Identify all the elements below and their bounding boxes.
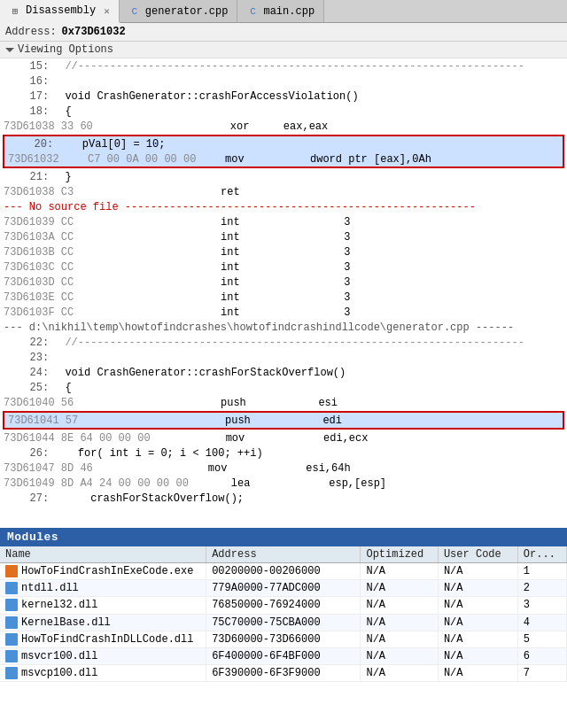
col-header-order[interactable]: Or... [517, 546, 566, 563]
asm-operands: 3 [274, 216, 350, 228]
code-line-27[interactable]: 27: crashForStackOverflow(); [0, 491, 567, 506]
asm-mov-edi-ecx[interactable]: 73D61044 8E 64 00 00 00 mov edi,ecx [0, 430, 567, 445]
module-row-4[interactable]: KernelBase.dll75C70000-75CBA000N/AN/A4 [0, 614, 567, 631]
code-line-24[interactable]: 24: void CrashGenerator::crashForStackOv… [0, 365, 567, 380]
asm-addr: 73D61041 57 [8, 414, 88, 427]
code-line-25[interactable]: 25: { [0, 380, 567, 395]
asm-int3-5[interactable]: 73D6103D CC int 3 [0, 275, 567, 290]
asm-operands: esi,64h [261, 462, 351, 475]
module-optimized-cell: N/A [361, 647, 438, 664]
line-text: void CrashGenerator::crashForStackOverfl… [52, 367, 346, 379]
col-header-usercode[interactable]: User Code [438, 546, 517, 563]
module-address-cell: 73D60000-73D66000 [206, 631, 361, 647]
viewing-options[interactable]: Viewing Options [0, 42, 567, 58]
line-text: for( int i = 0; i < 100; ++i) [52, 447, 263, 460]
asm-mov-esi-64[interactable]: 73D61047 8D 46 mov esi,64h [0, 461, 567, 476]
asm-int3-4[interactable]: 73D6103C CC int 3 [0, 259, 567, 275]
module-order-cell: 5 [517, 631, 566, 647]
tab-disassembly[interactable]: ⊞ Disassembly ✕ [0, 0, 120, 23]
code-line-19-asm[interactable]: 73D61038 33 60 xor eax,eax [0, 119, 567, 134]
highlight-block-push-edi: 73D61041 57 push edi [3, 411, 564, 430]
asm-int3-6[interactable]: 73D6103E CC int 3 [0, 290, 567, 305]
asm-bytes: C7 00 0A 00 00 00 [88, 153, 225, 166]
code-line-23[interactable]: 23: [0, 350, 567, 365]
code-line-21[interactable]: 21: } [0, 169, 567, 184]
asm-mnemonic: xor [230, 120, 284, 133]
modules-header: Modules [0, 528, 567, 546]
code-line-20-asm[interactable]: 73D61032 C7 00 0A 00 00 00 mov dword ptr… [4, 151, 563, 167]
module-row-6[interactable]: msvcr100.dll6F400000-6F4BF000N/AN/A6 [0, 647, 567, 664]
no-source-separator: --- No source file ---------------------… [0, 199, 567, 214]
asm-int3-7[interactable]: 73D6103F CC int 3 [0, 305, 567, 320]
disassembly-area[interactable]: 15: //----------------------------------… [0, 58, 567, 528]
line-num: 21: [4, 171, 52, 183]
code-line-16[interactable]: 16: [0, 74, 567, 89]
tab-disassembly-close[interactable]: ✕ [104, 5, 110, 17]
module-usercode-cell: N/A [438, 647, 517, 664]
col-header-address[interactable]: Address [206, 546, 361, 563]
module-optimized-cell: N/A [361, 597, 438, 614]
asm-operands: 3 [274, 291, 350, 304]
module-row-1[interactable]: HowToFindCrashInExeCode.exe00200000-0020… [0, 563, 567, 580]
col-header-name[interactable]: Name [0, 546, 206, 563]
module-usercode-cell: N/A [438, 580, 517, 597]
highlight-block-20: 20: pVal[0] = 10; 73D61032 C7 00 0A 00 0… [3, 135, 564, 168]
line-num: 24: [4, 367, 52, 379]
module-row-5[interactable]: HowToFindCrashInDLLCode.dll73D60000-73D6… [0, 631, 567, 647]
code-line-18[interactable]: 18: { [0, 104, 567, 119]
line-text: pVal[0] = 10; [57, 138, 165, 151]
code-line-20-src[interactable]: 20: pVal[0] = 10; [4, 136, 563, 151]
code-line-26[interactable]: 26: for( int i = 0; i < 100; ++i) [0, 445, 567, 461]
module-row-3[interactable]: kernel32.dll76850000-76924000N/AN/A3 [0, 597, 567, 614]
dll-icon [5, 599, 18, 611]
asm-lea-esp[interactable]: 73D61049 8D A4 24 00 00 00 00 lea esp,[e… [0, 476, 567, 491]
asm-operands: esi [274, 397, 338, 409]
asm-mnemonic: int [221, 216, 274, 228]
tab-generator[interactable]: C generator.cpp [120, 0, 238, 22]
triangle-icon [5, 48, 14, 52]
module-usercode-cell: N/A [438, 614, 517, 631]
asm-mnemonic: mov [225, 153, 278, 166]
asm-mnemonic: int [221, 231, 274, 244]
tab-bar: ⊞ Disassembly ✕ C generator.cpp C main.c… [0, 0, 567, 23]
module-optimized-cell: N/A [361, 665, 438, 682]
module-address-cell: 779A0000-77ADC000 [206, 580, 361, 597]
disasm-content: 15: //----------------------------------… [0, 58, 567, 506]
line-num: 22: [4, 337, 52, 349]
tab-main[interactable]: C main.cpp [237, 0, 324, 22]
asm-int3-2[interactable]: 73D6103A CC int 3 [0, 229, 567, 244]
module-optimized-cell: N/A [361, 563, 438, 580]
col-header-optimized[interactable]: Optimized [361, 546, 438, 563]
asm-mnemonic: push [221, 397, 274, 409]
asm-operands: 3 [274, 246, 350, 259]
module-optimized-cell: N/A [361, 631, 438, 647]
code-line-22[interactable]: 22: //----------------------------------… [0, 335, 567, 350]
dll-icon [5, 667, 18, 679]
module-row-7[interactable]: msvcp100.dll6F390000-6F3F9000N/AN/A7 [0, 665, 567, 682]
module-address-cell: 6F400000-6F4BF000 [206, 647, 361, 664]
line-num: 23: [4, 352, 52, 364]
dll-icon [5, 582, 18, 594]
asm-operands: esp,[esp] [284, 477, 386, 490]
module-row-2[interactable]: ntdll.dll779A0000-77ADC000N/AN/A2 [0, 580, 567, 597]
asm-addr: 73D6103D CC [4, 276, 83, 289]
asm-addr: 73D6103A CC [4, 231, 83, 244]
asm-mnemonic: int [221, 246, 274, 259]
asm-mnemonic: ret [221, 186, 274, 198]
asm-operands: 3 [274, 306, 350, 319]
address-value[interactable]: 0x73D61032 [62, 26, 126, 38]
module-optimized-cell: N/A [361, 580, 438, 597]
modules-table-header-row: Name Address Optimized User Code Or... [0, 546, 567, 563]
module-order-cell: 2 [517, 580, 566, 597]
code-line-ret[interactable]: 73D61038 C3 ret [0, 184, 567, 199]
asm-int3-1[interactable]: 73D61039 CC int 3 [0, 214, 567, 229]
asm-addr: 73D61038 33 60 [4, 120, 93, 133]
asm-push-esi[interactable]: 73D61040 56 push esi [0, 395, 567, 410]
code-line-17[interactable]: 17: void CrashGenerator::crashForAccessV… [0, 89, 567, 104]
asm-push-edi[interactable]: 73D61041 57 push edi [4, 413, 563, 428]
asm-mnemonic: lea [231, 477, 284, 490]
code-line-15[interactable]: 15: //----------------------------------… [0, 58, 567, 74]
asm-int3-3[interactable]: 73D6103B CC int 3 [0, 244, 567, 259]
asm-mnemonic: int [221, 276, 274, 289]
line-text: //--------------------------------------… [52, 60, 524, 73]
